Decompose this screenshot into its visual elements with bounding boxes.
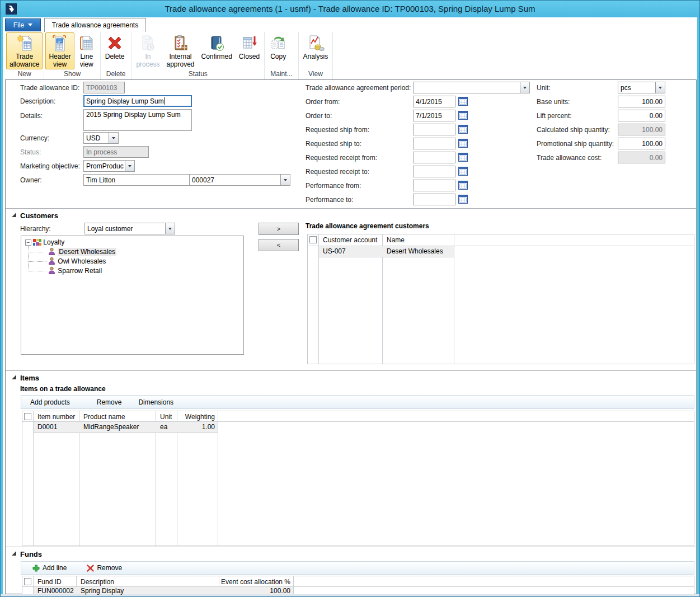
chevron-down-icon[interactable]	[655, 82, 665, 93]
hierarchy-label: Hierarchy:	[20, 223, 51, 234]
period-label: Trade allowance agreement period:	[306, 82, 411, 93]
period-select[interactable]	[413, 82, 530, 93]
calendar-icon[interactable]	[458, 153, 468, 162]
dimensions-button[interactable]: Dimensions	[136, 398, 176, 406]
marketing-objective-select[interactable]: PromProduc	[83, 160, 135, 172]
remove-icon	[87, 565, 94, 572]
ribbon-group-maintain: Copy Maint...	[265, 32, 298, 79]
file-menu-button[interactable]: File	[5, 18, 41, 31]
cell-fund-id[interactable]: FUN000002	[37, 586, 74, 596]
chevron-down-icon[interactable]	[280, 175, 290, 185]
details-field[interactable]: 2015 Spring Display Lump Sum	[83, 109, 192, 131]
base-units-field[interactable]: 100.00	[618, 96, 665, 107]
line-view-icon	[78, 34, 96, 52]
button-label: Internal approved	[166, 53, 194, 68]
select-all-checkbox[interactable]	[309, 236, 317, 243]
column-header-name[interactable]: Name	[387, 235, 405, 246]
items-section-header[interactable]: Items	[20, 374, 39, 382]
tab-trade-allowance-agreements[interactable]: Trade allowance agreements	[44, 18, 146, 32]
ribbon-group-label: New	[6, 69, 43, 79]
hierarchy-select[interactable]: Loyal customer	[84, 223, 175, 234]
funds-toolbar: Add line Remove	[21, 561, 694, 575]
calendar-icon[interactable]	[458, 111, 468, 120]
cell-customer-account[interactable]: US-007	[323, 246, 346, 257]
promotional-ship-quantity-field[interactable]: 100.00	[618, 138, 665, 149]
lift-percent-field[interactable]: 0.00	[618, 110, 665, 121]
grid-line	[34, 433, 218, 433]
chevron-down-icon[interactable]	[165, 223, 175, 234]
calendar-icon[interactable]	[458, 139, 468, 148]
funds-section-header[interactable]: Funds	[20, 550, 42, 558]
column-header-customer-account[interactable]: Customer account	[323, 235, 377, 246]
add-line-button[interactable]: Add line	[30, 564, 69, 572]
tree-node-customer[interactable]: Owl Wholesales	[48, 257, 106, 266]
owner-account-select[interactable]: 000027	[189, 174, 290, 186]
chevron-down-icon[interactable]	[125, 161, 134, 171]
status-label: Status:	[20, 147, 41, 158]
requested-ship-to-field[interactable]	[413, 138, 455, 149]
collapse-triangle-icon[interactable]	[12, 375, 16, 379]
performance-to-field[interactable]	[413, 194, 455, 205]
calendar-icon[interactable]	[458, 181, 468, 190]
ribbon-group-show: Header view Line view	[44, 32, 100, 79]
tree-node-root[interactable]: Loyalty	[33, 238, 64, 247]
description-field[interactable]: Spring Display Lump Sum	[83, 95, 192, 107]
move-right-button[interactable]: >	[259, 223, 299, 235]
cell-fund-description[interactable]: Spring Display	[81, 586, 124, 596]
performance-from-field[interactable]	[413, 180, 455, 191]
collapse-triangle-icon[interactable]	[12, 551, 16, 556]
calendar-icon[interactable]	[458, 97, 468, 106]
trade-allowance-cost-label: Trade allowance cost:	[537, 152, 602, 163]
copy-button[interactable]: Copy	[266, 32, 290, 69]
header-view-button[interactable]: Header view	[45, 32, 74, 69]
remove-items-button[interactable]: Remove	[95, 398, 124, 406]
cell-product-name[interactable]: MidRangeSpeaker	[83, 422, 139, 433]
analysis-button[interactable]: Analysis	[300, 32, 332, 69]
delete-button[interactable]: Delete	[102, 32, 128, 69]
requested-receipt-from-field[interactable]	[413, 152, 455, 163]
requested-ship-from-field[interactable]	[413, 124, 455, 135]
requested-receipt-to-field[interactable]	[413, 166, 455, 177]
select-all-checkbox[interactable]	[24, 413, 31, 420]
add-products-button[interactable]: Add products	[28, 398, 72, 406]
section-divider	[6, 370, 696, 371]
order-to-field[interactable]: 7/1/2015	[413, 110, 455, 121]
chevron-down-icon[interactable]	[109, 133, 118, 143]
currency-select[interactable]: USD	[83, 132, 119, 144]
order-from-field[interactable]: 4/1/2015	[413, 96, 455, 107]
select-all-checkbox[interactable]	[24, 578, 31, 585]
owner-name-field[interactable]: Tim Litton	[83, 174, 190, 186]
ribbon-group-status: In process Internal appr	[131, 32, 265, 79]
chevron-down-icon[interactable]	[520, 82, 529, 93]
tab-row: File Trade allowance agreements	[3, 17, 697, 32]
confirmed-button[interactable]: Confirmed	[198, 32, 236, 69]
tree-node-customer[interactable]: Sparrow Retail	[48, 266, 102, 276]
tree-connector	[28, 246, 29, 271]
window-title: Trade allowance agreements (1 - usmf) - …	[1, 4, 699, 13]
unit-select[interactable]: pcs	[618, 82, 665, 93]
internal-approved-button[interactable]: Internal approved	[163, 32, 198, 69]
promotional-ship-quantity-label: Promotional ship quantity:	[537, 138, 614, 149]
calendar-icon[interactable]	[458, 195, 468, 204]
cell-unit[interactable]: ea	[160, 422, 167, 433]
button-label: Closed	[239, 53, 260, 60]
line-view-button[interactable]: Line view	[74, 32, 99, 69]
cell-event-cost-allocation[interactable]: 100.00	[219, 586, 290, 596]
cell-customer-name[interactable]: Desert Wholesales	[387, 246, 443, 257]
remove-fund-button[interactable]: Remove	[84, 564, 124, 572]
cell-weighting[interactable]: 1.00	[177, 422, 215, 433]
collapse-triangle-icon[interactable]	[12, 213, 16, 217]
lift-percent-label: Lift percent:	[537, 110, 572, 121]
tree-node-customer[interactable]: Desert Wholesales	[48, 247, 116, 257]
move-left-button[interactable]: <	[259, 239, 299, 251]
closed-button[interactable]: Closed	[236, 32, 263, 69]
cell-item-number[interactable]: D0001	[37, 422, 57, 433]
calendar-icon[interactable]	[458, 167, 468, 176]
trade-allowance-button[interactable]: Trade allowance	[6, 32, 43, 69]
customers-section-header[interactable]: Customers	[20, 211, 58, 220]
button-label: Copy	[270, 53, 286, 60]
ribbon-group-label: Status	[133, 69, 263, 79]
app-window: Trade allowance agreements (1 - usmf) - …	[0, 0, 700, 597]
calendar-icon[interactable]	[458, 125, 468, 134]
tree-collapse-icon[interactable]: −	[25, 239, 31, 246]
